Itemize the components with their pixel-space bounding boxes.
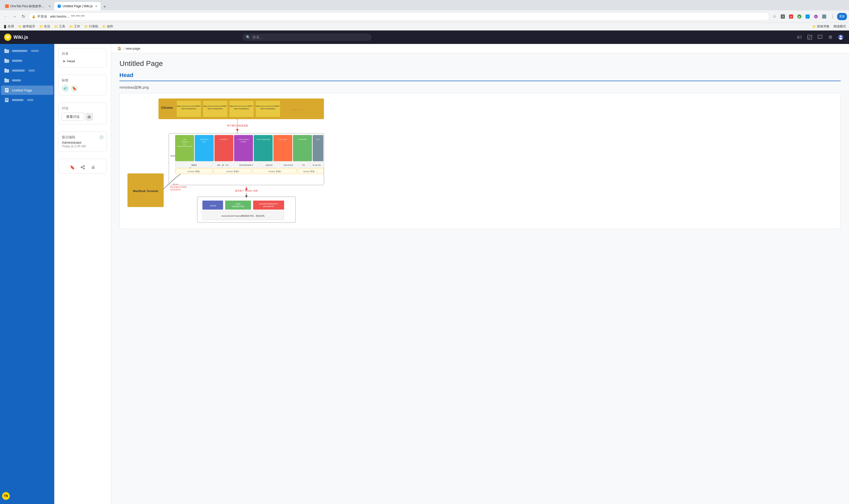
nav-icons: ☆ N W ▶ ○ ✦ ⋮ 更新 bbox=[771, 13, 847, 20]
svg-point-16 bbox=[839, 38, 842, 39]
svg-text:以及发送命令: 以及发送命令 bbox=[170, 189, 181, 191]
sidebar-item-group2[interactable] bbox=[1, 56, 53, 66]
last-edit-title: 最后编辑 🕐 bbox=[62, 135, 104, 140]
tag-icon-2[interactable]: 🔖 bbox=[71, 85, 78, 92]
other-bookmarks-icon: 📁 bbox=[812, 25, 816, 29]
bookmark-tools-icon: 📁 bbox=[54, 25, 58, 29]
sidebar-item-sublabel3 bbox=[29, 70, 35, 72]
breadcrumb-home[interactable]: 🏠 bbox=[118, 47, 122, 50]
sidebar-item-untitled[interactable]: Untitled Page bbox=[1, 86, 53, 95]
svg-text:W: W bbox=[790, 16, 792, 18]
svg-text:oh my zsh: oh my zsh bbox=[312, 164, 321, 166]
bookmark-efficiency-label: 效率提升 bbox=[23, 24, 35, 29]
forward-button[interactable]: → bbox=[11, 13, 18, 20]
sidebar-item-label3 bbox=[12, 70, 25, 72]
bookmark-efficiency[interactable]: 📁 效率提升 bbox=[17, 24, 36, 29]
back-button[interactable]: ← bbox=[2, 13, 9, 20]
svg-rect-13 bbox=[818, 35, 822, 38]
bookmark-apps[interactable]: 📱 应用 bbox=[2, 24, 15, 29]
reading-mode-button[interactable]: 阅读模式 bbox=[832, 24, 847, 29]
extension5-button[interactable]: ✦ bbox=[812, 13, 819, 20]
settings-icon-btn[interactable]: ⚙ bbox=[826, 33, 834, 41]
discuss-button[interactable]: 查看讨论 bbox=[62, 113, 84, 121]
extension6-button[interactable] bbox=[820, 13, 828, 20]
svg-text:(Android打开): (Android打开) bbox=[263, 205, 274, 208]
sidebar-item-group5[interactable] bbox=[1, 95, 53, 105]
bookmark-tools[interactable]: 📁 工具 bbox=[53, 24, 66, 29]
extension4-button[interactable]: ○ bbox=[804, 13, 811, 20]
bookmark-life-icon: 📁 bbox=[39, 25, 43, 29]
print-action-btn[interactable]: 🖨 bbox=[89, 163, 97, 172]
new-tab-button[interactable]: + bbox=[101, 3, 108, 10]
svg-text:code-server: code-server bbox=[284, 164, 293, 166]
toc-item-head[interactable]: ▶ Head bbox=[62, 58, 104, 64]
svg-line-12 bbox=[808, 36, 811, 38]
update-button[interactable]: 更新 bbox=[837, 13, 847, 20]
svg-line-38 bbox=[82, 167, 84, 168]
svg-text:vim: vim bbox=[302, 164, 305, 166]
sidebar-item-sublabel1 bbox=[31, 50, 39, 52]
tab-onetab[interactable]: OneTab Plus:标签效率管理扩展 × bbox=[2, 2, 54, 10]
comment-icon-btn[interactable] bbox=[816, 33, 824, 41]
bookmark-efficiency-icon: 📁 bbox=[18, 25, 22, 29]
svg-text:AndroidStudioProjects: AndroidStudioProjects bbox=[177, 145, 192, 147]
sidebar-folder-icon3 bbox=[4, 68, 9, 73]
bookmark-work-label: 工作 bbox=[74, 24, 80, 29]
search-input[interactable] bbox=[252, 35, 368, 39]
sidebar-item-group3[interactable] bbox=[1, 66, 53, 75]
page-and-breadcrumb: 🏠 / new-page Untitled Page Head remoteas… bbox=[111, 44, 849, 504]
settings-button[interactable]: ⋮ bbox=[829, 13, 836, 20]
tag-icon-1[interactable]: 🏷 bbox=[62, 85, 69, 92]
extension1-button[interactable]: N bbox=[779, 13, 787, 20]
svg-text:AndroidStudio4.2: AndroidStudio4.2 bbox=[239, 164, 253, 166]
svg-rect-18 bbox=[4, 49, 6, 50]
logo-text: Wiki.js bbox=[14, 35, 28, 40]
bookmark-create[interactable]: 📁 创作 bbox=[101, 24, 114, 29]
extension3-button[interactable]: ▶ bbox=[796, 13, 803, 20]
svg-text:adb、git、ssh: adb、git、ssh bbox=[217, 164, 229, 166]
security-icon: 🔒 bbox=[32, 15, 36, 18]
bookmark-computer[interactable]: 📁 计算机 bbox=[83, 24, 99, 29]
svg-rect-115 bbox=[225, 201, 251, 210]
star-button[interactable]: ☆ bbox=[771, 13, 778, 20]
tab-wikijs[interactable]: Untitled Page | Wiki.js × bbox=[54, 2, 101, 10]
tab-title-wikijs: Untitled Page | Wiki.js bbox=[62, 4, 93, 8]
bookmark-work[interactable]: 📁 工作 bbox=[68, 24, 81, 29]
svg-text:N: N bbox=[782, 15, 783, 18]
toc-chevron-icon: ▶ bbox=[64, 59, 66, 63]
bookmark-action-btn[interactable]: 🔖 bbox=[68, 163, 76, 172]
svg-text:/root/.gradle: /root/.gradle bbox=[299, 139, 307, 140]
address-bar[interactable]: 🔒 不安全 wiki.heshix.... *** ***.*** bbox=[29, 13, 770, 21]
sidebar-folder-icon4 bbox=[4, 78, 9, 83]
extension2-button[interactable]: W bbox=[788, 13, 795, 20]
sidebar-item-label5 bbox=[12, 99, 23, 101]
edit-icon-btn[interactable] bbox=[806, 33, 814, 41]
history-icon[interactable]: 🕐 bbox=[99, 136, 104, 139]
other-bookmarks[interactable]: 📁 其他书签 bbox=[811, 24, 830, 29]
svg-text:token=xcakalindun: token=xcakalindun bbox=[234, 108, 249, 110]
user-badge[interactable]: TN bbox=[2, 492, 10, 500]
sidebar-item-label1 bbox=[12, 50, 28, 52]
discuss-add-button[interactable] bbox=[86, 113, 93, 121]
app-logo[interactable]: Wiki.js bbox=[4, 34, 28, 41]
share-action-btn[interactable] bbox=[78, 163, 87, 172]
svg-text:from: from bbox=[183, 143, 186, 145]
section-heading-head: Head bbox=[120, 72, 841, 81]
tag-icon-btn[interactable]: 🏷 bbox=[795, 33, 803, 41]
sidebar: Untitled Page TN bbox=[0, 44, 54, 504]
tab-close-wikijs[interactable]: × bbox=[95, 4, 97, 8]
tab-close-onetab[interactable]: × bbox=[49, 4, 51, 8]
profile-icon-btn[interactable] bbox=[836, 33, 845, 41]
sidebar-item-label4 bbox=[12, 79, 21, 82]
svg-text:/root/.cache: /root/.cache bbox=[279, 139, 287, 140]
svg-rect-118 bbox=[253, 201, 284, 210]
refresh-button[interactable]: ↻ bbox=[20, 13, 27, 20]
edit-time: Today at 2:45 AM bbox=[62, 144, 104, 148]
search-bar[interactable]: 🔍 bbox=[242, 34, 372, 41]
svg-text:.android: .android bbox=[210, 205, 216, 206]
sidebar-item-group4[interactable] bbox=[1, 76, 53, 85]
sidebar-item-label2 bbox=[12, 60, 22, 62]
tab-favicon-onetab bbox=[5, 4, 9, 8]
bookmark-life[interactable]: 📁 生活 bbox=[38, 24, 51, 29]
sidebar-item-group1[interactable] bbox=[1, 46, 53, 56]
